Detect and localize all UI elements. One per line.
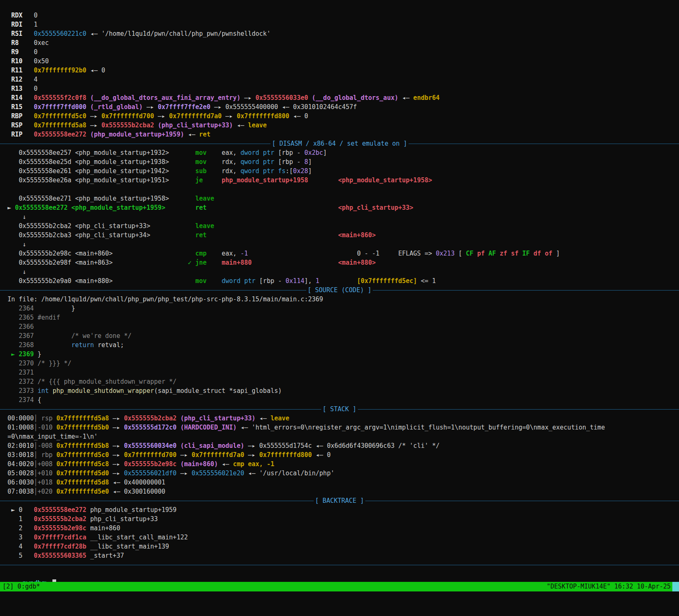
text-segment: │+020 [34,488,56,495]
terminal-line: In file: /home/l1qu1d/pwn/chall/php_pwn/… [7,295,679,304]
text-segment: (php_cli_startup+33) [180,415,255,422]
text-segment [308,94,312,102]
terminal-line: 2370 /* }}} */ [7,359,679,368]
text-segment: mov [196,158,207,166]
text-segment: 0x5555558ee261 <php_module_startup+1942> [7,167,196,175]
text-segment: In file: /home/l1qu1d/pwn/chall/php_pwn/… [7,296,323,303]
text-segment: —▸ [87,112,102,120]
terminal-line: RBP 0x7fffffffd5c0 —▸ 0x7fffffffd700 —▸ … [7,112,679,121]
text-segment: sub [196,167,207,175]
text-segment: —▸ [87,122,102,129]
text-segment: <main+860> [338,231,376,239]
text-segment: 0x7fffffffd700 [102,112,154,120]
terminal-line: 02:0010│-008 0x7fffffffd5b8 —▸ 0x5555560… [7,441,679,450]
text-segment: 0x5555558ee272 [34,131,86,138]
disasm-panel: 0x5555558ee257 <php_module_startup+1932>… [0,148,679,286]
text-segment: ↓ [7,268,26,276]
text-segment: ] [323,149,327,156]
text-segment [165,204,195,211]
text-segment: ◂— [398,94,413,102]
text-segment: 0x7ffff7ffd000 [34,103,86,111]
stack-section-title: [ STACK ] [321,405,357,413]
text-segment [308,176,338,184]
text-segment: php_module_startup+1959 [87,506,177,514]
text-segment: /* {{{ php_module_shutdown_wrapper */ [37,378,176,385]
text-segment: RDI [7,21,34,28]
text-segment [34,378,37,385]
text-segment: php_module_shutdown_wrapper [52,387,154,395]
text-segment: 0x555555b2cba3 <php_cli_startup+34> [7,231,196,239]
text-segment: #endif [37,314,60,321]
text-segment: —▸ [244,451,259,459]
text-segment: 0x2bc [304,149,323,156]
text-segment: ◂— 'html_errors=0\nregister_argc_argv=1\… [237,424,605,431]
text-segment: 2367 [7,332,34,340]
text-segment: ► 0 [7,506,34,514]
text-segment: 2366 [7,323,34,330]
text-segment [207,277,222,285]
text-segment: 1 [7,515,34,523]
text-segment: 03:0018 [7,451,34,459]
terminal-line: ↓ [7,240,679,249]
text-segment [485,250,488,257]
terminal-line: RIP 0x5555558ee272 (php_module_startup+1… [7,130,679,139]
text-segment: 2 [7,524,34,532]
text-segment: —▸ [240,94,255,102]
source-panel: In file: /home/l1qu1d/pwn/chall/php_pwn/… [0,295,679,405]
text-segment: <php_cli_startup+33> [338,204,414,211]
text-segment: 2372 [7,378,34,385]
text-segment [207,231,338,239]
text-segment: 0x555555b2e9a0 <main+880> [7,277,196,285]
terminal-line: ↓ [7,212,679,221]
text-segment: qword ptr [240,158,274,166]
terminal-line: RSP 0x7fffffffd5a8 —▸ 0x555555b2cba2 (ph… [7,121,679,130]
text-segment: endbr64 [413,94,439,102]
text-segment: leave [196,222,214,230]
command-prompt[interactable]: pwndbg> [0,569,679,579]
text-segment: —▸ [109,442,124,450]
text-segment: 06:0030 [7,479,34,486]
text-segment: ↓ [7,213,26,221]
text-segment: 0xec [34,39,49,47]
text-segment: 00:0000 [7,415,34,422]
text-segment: retval; [94,341,124,349]
terminal-line: 07:0038│+020 0x7fffffffd5e0 ◂— 0x3001600… [7,487,679,496]
text-segment: zf [500,250,507,257]
text-segment [207,259,222,266]
text-segment: leave [248,122,267,129]
text-segment: 1 [316,277,320,285]
terminal-screen[interactable]: RDX 0 RDI 1 RSI 0x5555560221c0 ◂— '/home… [0,0,679,579]
text-segment: __libc_start_main+139 [87,543,169,550]
text-segment: } [34,305,75,312]
text-segment: 0x5555558ee272 <php_module_startup+1959> [15,204,165,211]
text-segment [473,250,477,257]
text-segment: 0x555555b2cba2 [102,122,154,129]
text-segment: R15 [7,103,34,111]
text-segment: rdx, [207,167,240,175]
text-segment [34,314,37,321]
terminal-line: R10 0x50 [7,57,679,66]
status-cursor-block [672,582,679,591]
text-segment: _start+37 [87,552,124,559]
text-segment: [rbp - [255,277,285,285]
terminal-line: R8 0xec [7,38,679,47]
text-segment [87,131,90,138]
text-segment [252,259,338,266]
tmux-session-window[interactable]: [2] 0:gdb* [2,582,40,591]
text-segment: (sapi_module_struct *sapi_globals) [154,387,282,395]
text-segment: leave [270,415,289,422]
text-segment: │+010 [34,469,56,477]
terminal-line: 0x555555b2e98c <main+860> cmp eax, -1 0 … [7,249,679,258]
terminal-line: R13 0 [7,84,679,93]
text-segment: 0x555555b2e98f <main+863> [7,259,188,266]
terminal-line: 2368 return retval; [7,340,679,350]
text-segment: 0x7fffffffd5c0 [56,451,109,459]
text-segment: 0 [34,85,37,92]
text-segment: 0x7fffffffd7a0 [192,451,244,459]
text-segment: ◂— 0 [87,67,105,74]
text-segment: ◂— '/home/l1qu1d/pwn/chall/php_pwn/pwnsh… [87,30,271,37]
text-segment: [rbp - [274,149,304,156]
terminal-line: 1 0x555555b2cba2 php_cli_startup+33 [7,514,679,524]
text-segment: <main+880> [338,259,376,266]
registers-panel: RDX 0 RDI 1 RSI 0x5555560221c0 ◂— '/home… [0,11,679,139]
